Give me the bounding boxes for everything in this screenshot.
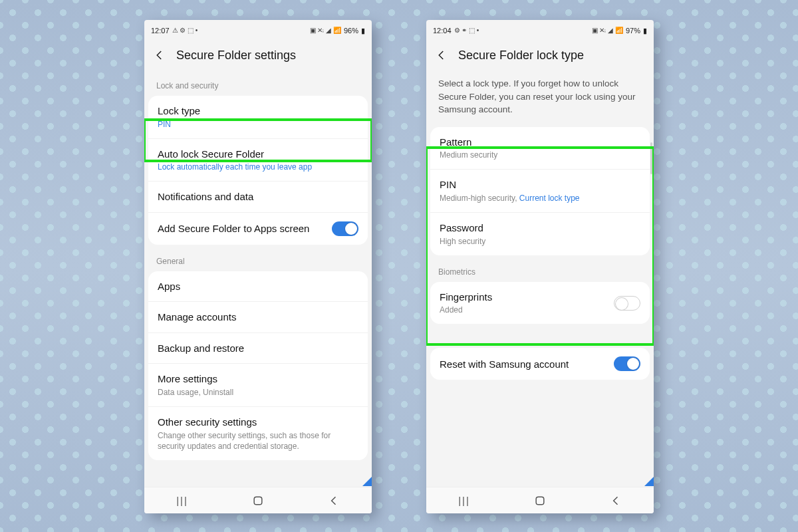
row-add-to-apps[interactable]: Add Secure Folder to Apps screen bbox=[148, 213, 368, 245]
page-title: Secure Folder settings bbox=[176, 49, 296, 63]
row-title: Auto lock Secure Folder bbox=[158, 148, 358, 161]
row-other-security[interactable]: Other security settings Change other sec… bbox=[148, 407, 368, 460]
nav-home[interactable] bbox=[520, 494, 560, 507]
row-title: Reset with Samsung account bbox=[440, 358, 607, 371]
section-label-biometrics: Biometrics bbox=[426, 261, 654, 281]
status-time: 12:07 bbox=[151, 27, 170, 35]
row-title: Add Secure Folder to Apps screen bbox=[158, 222, 325, 235]
card-lock-types: Pattern Medium security PIN Medium-high … bbox=[430, 127, 650, 255]
row-more-settings[interactable]: More settings Data usage, Uninstall bbox=[148, 364, 368, 407]
svg-rect-0 bbox=[254, 497, 262, 505]
scroll-indicator bbox=[650, 142, 652, 174]
nav-bar: ||| bbox=[144, 487, 372, 513]
card-biometrics: Fingerprints Added bbox=[430, 282, 650, 325]
row-manage-accounts[interactable]: Manage accounts bbox=[148, 302, 368, 333]
row-title: Other security settings bbox=[158, 416, 358, 429]
row-sub: Lock automatically each time you leave a… bbox=[158, 162, 358, 172]
toggle-reset-samsung[interactable] bbox=[614, 356, 640, 371]
toggle-add-to-apps[interactable] bbox=[332, 221, 358, 236]
row-title: Fingerprints bbox=[440, 291, 607, 304]
toggle-fingerprints[interactable] bbox=[614, 296, 640, 311]
recents-icon: ||| bbox=[458, 495, 470, 506]
corner-tag-icon bbox=[362, 477, 372, 486]
row-sub: Medium-high security, Current lock type bbox=[440, 193, 640, 203]
row-auto-lock[interactable]: Auto lock Secure Folder Lock automatical… bbox=[148, 139, 368, 182]
page-title: Secure Folder lock type bbox=[458, 49, 584, 63]
status-battery: 97% bbox=[626, 27, 640, 35]
row-sub: PIN bbox=[158, 119, 358, 130]
section-label-lock-security: Lock and security bbox=[144, 74, 372, 94]
back-button[interactable] bbox=[434, 48, 449, 63]
row-title: Lock type bbox=[158, 104, 358, 118]
row-lock-type[interactable]: Lock type PIN bbox=[148, 96, 368, 139]
back-icon bbox=[327, 494, 340, 507]
row-title: Backup and restore bbox=[158, 342, 358, 355]
row-sub: Change other security settings, such as … bbox=[158, 430, 358, 452]
nav-recents[interactable]: ||| bbox=[162, 495, 202, 506]
section-label-general: General bbox=[144, 250, 372, 270]
chevron-left-icon bbox=[436, 49, 448, 61]
status-left-icons: ⚠ ⚙ ⬚ • bbox=[172, 27, 198, 34]
nav-back[interactable] bbox=[596, 494, 636, 507]
row-title: Password bbox=[440, 221, 640, 235]
status-time: 12:04 bbox=[433, 27, 452, 35]
row-notifications-data[interactable]: Notifications and data bbox=[148, 182, 368, 213]
svg-rect-1 bbox=[536, 497, 544, 505]
nav-home[interactable] bbox=[238, 494, 278, 507]
row-sub: Data usage, Uninstall bbox=[158, 387, 358, 398]
battery-icon: ▮ bbox=[361, 27, 365, 35]
status-right-icons: ▣ ✕ᵢ ◢ 📶 bbox=[592, 27, 623, 34]
corner-tag-icon bbox=[644, 477, 654, 486]
row-password[interactable]: Password High security bbox=[430, 213, 650, 255]
status-left-icons: ⚙ ⚭ ⬚ • bbox=[454, 27, 479, 34]
phone-left: 12:07 ⚠ ⚙ ⬚ • ▣ ✕ᵢ ◢ 📶 96% ▮ Secure Fold… bbox=[144, 20, 372, 513]
info-text: Select a lock type. If you forget how to… bbox=[426, 74, 654, 126]
recents-icon: ||| bbox=[176, 495, 188, 506]
battery-icon: ▮ bbox=[643, 27, 647, 35]
back-button[interactable] bbox=[152, 48, 167, 63]
chevron-left-icon bbox=[154, 49, 166, 61]
card-reset: Reset with Samsung account bbox=[430, 348, 650, 380]
row-title: Notifications and data bbox=[158, 190, 358, 203]
home-icon bbox=[251, 494, 265, 507]
row-fingerprints[interactable]: Fingerprints Added bbox=[430, 282, 650, 325]
phone-right: 12:04 ⚙ ⚭ ⬚ • ▣ ✕ᵢ ◢ 📶 97% ▮ Secure Fold… bbox=[426, 20, 654, 513]
row-title: Manage accounts bbox=[158, 311, 358, 324]
row-sub: Medium security bbox=[440, 150, 640, 160]
row-sub: High security bbox=[440, 236, 640, 247]
row-backup-restore[interactable]: Backup and restore bbox=[148, 333, 368, 364]
status-bar: 12:04 ⚙ ⚭ ⬚ • ▣ ✕ᵢ ◢ 📶 97% ▮ bbox=[426, 23, 654, 39]
row-title: More settings bbox=[158, 372, 358, 386]
nav-back[interactable] bbox=[314, 494, 354, 507]
row-title: Apps bbox=[158, 280, 358, 293]
row-title: PIN bbox=[440, 178, 640, 192]
row-sub: Added bbox=[440, 305, 607, 315]
card-lock-security: Lock type PIN Auto lock Secure Folder Lo… bbox=[148, 96, 368, 245]
row-apps[interactable]: Apps bbox=[148, 271, 368, 303]
status-battery: 96% bbox=[344, 27, 358, 35]
home-icon bbox=[533, 494, 547, 507]
card-general: Apps Manage accounts Backup and restore … bbox=[148, 271, 368, 460]
status-bar: 12:07 ⚠ ⚙ ⬚ • ▣ ✕ᵢ ◢ 📶 96% ▮ bbox=[144, 23, 372, 39]
back-icon bbox=[609, 494, 622, 507]
nav-bar: ||| bbox=[426, 487, 654, 513]
row-reset-samsung[interactable]: Reset with Samsung account bbox=[430, 348, 650, 380]
row-pin[interactable]: PIN Medium-high security, Current lock t… bbox=[430, 170, 650, 213]
row-title: Pattern bbox=[440, 136, 640, 149]
nav-recents[interactable]: ||| bbox=[444, 495, 484, 506]
status-right-icons: ▣ ✕ᵢ ◢ 📶 bbox=[310, 27, 341, 34]
row-pattern[interactable]: Pattern Medium security bbox=[430, 127, 650, 170]
